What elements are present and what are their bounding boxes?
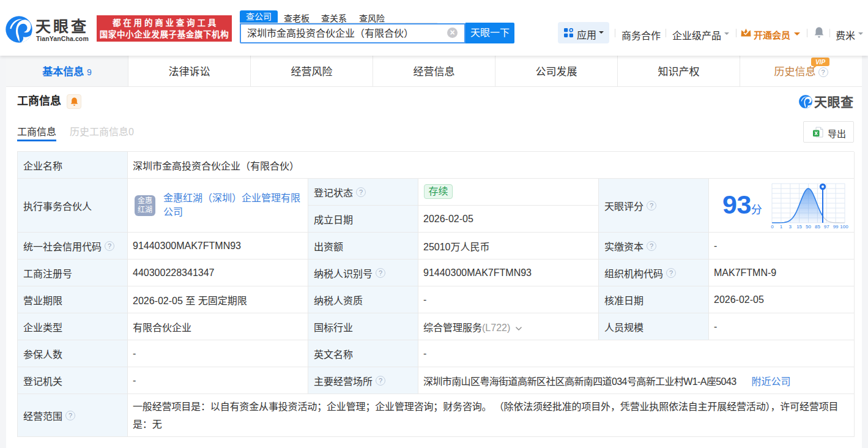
svg-text:97: 97: [824, 224, 829, 230]
svg-text:85: 85: [815, 224, 820, 230]
svg-text:VIP: VIP: [815, 59, 825, 65]
svg-text:1: 1: [780, 224, 783, 230]
svg-text:99: 99: [833, 224, 839, 230]
svg-text:15: 15: [796, 224, 802, 230]
svg-text:0: 0: [771, 224, 774, 230]
svg-text:100: 100: [840, 224, 848, 230]
svg-text:50: 50: [806, 224, 811, 230]
svg-text:3: 3: [789, 224, 792, 230]
